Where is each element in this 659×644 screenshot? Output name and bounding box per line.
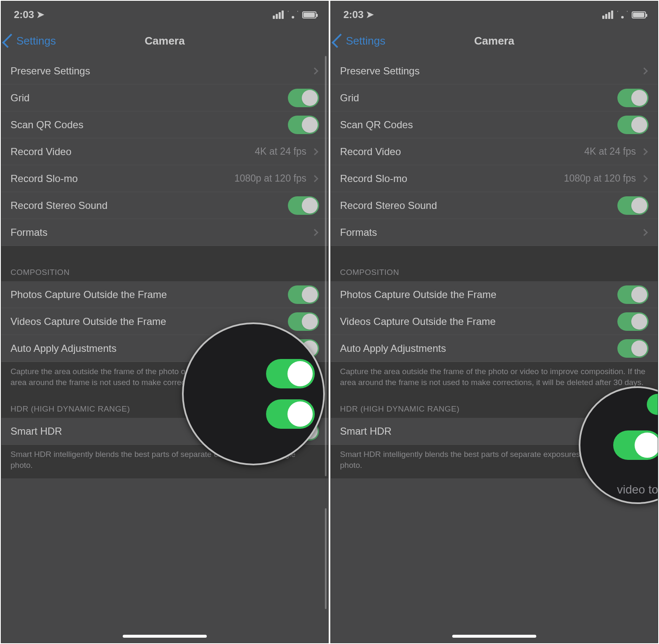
row-videos-outside-frame: Videos Capture Outside the Frame <box>331 308 658 335</box>
videos-outside-toggle-zoom[interactable] <box>647 394 658 415</box>
left-screenshot: 2:03 ➤ Settings Camera Preserve Settings… <box>1 1 329 643</box>
row-preserve-settings[interactable]: Preserve Settings <box>1 58 328 84</box>
record-slomo-value: 1080p at 120 fps <box>235 173 306 184</box>
nav-bar: Settings Camera <box>331 28 658 53</box>
grid-toggle[interactable] <box>288 89 319 107</box>
stereo-toggle[interactable] <box>617 196 648 215</box>
magnifier-callout <box>182 322 325 465</box>
row-scan-qr: Scan QR Codes <box>331 111 658 138</box>
videos-outside-toggle[interactable] <box>288 312 319 331</box>
status-time: 2:03 <box>14 9 34 21</box>
record-slomo-value: 1080p at 120 fps <box>564 173 636 184</box>
grid-toggle[interactable] <box>617 89 648 107</box>
qr-toggle[interactable] <box>617 116 648 134</box>
status-bar: 2:03 ➤ <box>331 1 658 28</box>
row-auto-apply-adjustments: Auto Apply Adjustments <box>331 335 658 362</box>
wifi-icon <box>288 11 298 18</box>
row-record-video[interactable]: Record Video 4K at 24 fps <box>331 138 658 165</box>
chevron-left-icon <box>332 34 346 48</box>
back-label: Settings <box>16 34 56 48</box>
qr-toggle[interactable] <box>288 116 319 134</box>
row-grid: Grid <box>1 84 328 111</box>
auto-apply-toggle-zoom[interactable] <box>613 430 658 460</box>
row-record-slomo[interactable]: Record Slo-mo 1080p at 120 fps <box>1 165 328 192</box>
chevron-right-icon <box>641 175 648 182</box>
row-photos-outside-frame: Photos Capture Outside the Frame <box>1 281 328 308</box>
right-screenshot: 2:03 ➤ Settings Camera Preserve Settings… <box>330 1 658 643</box>
composition-footer: Capture the area outside the frame of th… <box>331 362 658 395</box>
back-button[interactable]: Settings <box>335 34 385 48</box>
chevron-right-icon <box>641 229 648 236</box>
back-label: Settings <box>346 34 385 48</box>
row-scan-qr: Scan QR Codes <box>1 111 328 138</box>
chevron-right-icon <box>311 148 319 155</box>
home-indicator[interactable] <box>452 635 536 638</box>
chevron-left-icon <box>2 34 16 48</box>
location-icon: ➤ <box>366 9 374 20</box>
page-title: Camera <box>474 34 514 48</box>
auto-apply-toggle[interactable] <box>617 339 648 358</box>
status-bar: 2:03 ➤ <box>1 1 328 28</box>
cellular-icon <box>602 11 613 19</box>
home-indicator[interactable] <box>123 635 207 638</box>
row-photos-outside-frame: Photos Capture Outside the Frame <box>331 281 658 308</box>
scrollbar[interactable] <box>325 508 327 609</box>
nav-bar: Settings Camera <box>1 28 328 53</box>
photos-outside-toggle-zoom[interactable] <box>266 359 315 388</box>
row-stereo-sound: Record Stereo Sound <box>331 192 658 219</box>
row-grid: Grid <box>331 84 658 111</box>
chevron-right-icon <box>311 229 319 236</box>
battery-icon <box>302 11 316 18</box>
status-time: 2:03 <box>343 9 364 21</box>
back-button[interactable]: Settings <box>5 34 56 48</box>
photos-outside-toggle[interactable] <box>288 285 319 304</box>
row-record-slomo[interactable]: Record Slo-mo 1080p at 120 fps <box>331 165 658 192</box>
record-video-value: 4K at 24 fps <box>584 146 636 157</box>
row-stereo-sound: Record Stereo Sound <box>1 192 328 219</box>
photos-outside-toggle[interactable] <box>617 285 648 304</box>
chevron-right-icon <box>641 67 648 74</box>
stereo-toggle[interactable] <box>288 196 319 215</box>
chevron-right-icon <box>311 175 319 182</box>
videos-outside-toggle[interactable] <box>617 312 648 331</box>
page-title: Camera <box>145 34 185 48</box>
wifi-icon <box>617 11 627 18</box>
row-record-video[interactable]: Record Video 4K at 24 fps <box>1 138 328 165</box>
chevron-right-icon <box>641 148 648 155</box>
row-formats[interactable]: Formats <box>331 219 658 246</box>
chevron-right-icon <box>311 67 319 74</box>
cellular-icon <box>273 11 284 19</box>
row-preserve-settings[interactable]: Preserve Settings <box>331 58 658 84</box>
record-video-value: 4K at 24 fps <box>255 146 306 157</box>
location-icon: ➤ <box>37 9 44 20</box>
row-formats[interactable]: Formats <box>1 219 328 246</box>
scrollbar[interactable] <box>325 56 327 476</box>
battery-icon <box>632 11 646 18</box>
section-composition: COMPOSITION <box>1 268 328 281</box>
section-composition: COMPOSITION <box>331 268 658 281</box>
videos-outside-toggle-zoom[interactable] <box>266 399 315 429</box>
magnifier-text-fragment: video to <box>617 483 658 496</box>
